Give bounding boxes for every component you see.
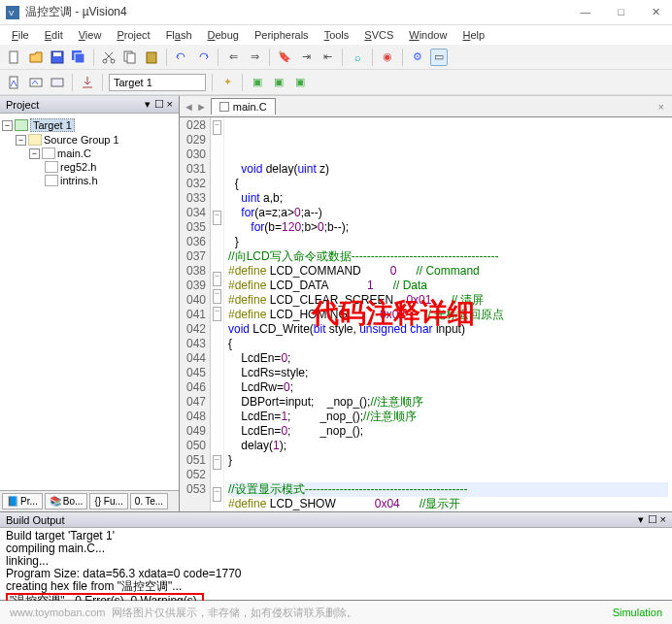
svg-rect-2 (10, 51, 17, 63)
toolbar-main: ⇐ ⇒ 🔖 ⇥ ⇤ ⌕ ◉ ⚙ ▭ (0, 45, 672, 70)
editor-tab[interactable]: main.C (211, 98, 276, 115)
h-file-icon (45, 175, 58, 186)
toolbar-build: Target 1 ✦ ▣ ▣ ▣ (0, 70, 672, 95)
panel-menu-icon[interactable]: ▾ ☐ × (638, 513, 666, 526)
svg-rect-14 (51, 79, 63, 86)
app-icon: V (6, 6, 19, 19)
panel-menu-icon[interactable]: ▾ ☐ × (145, 98, 173, 111)
debug-icon[interactable]: ◉ (379, 49, 396, 66)
menu-help[interactable]: Help (456, 27, 490, 43)
rebuild-icon[interactable] (49, 74, 66, 91)
maximize-button[interactable]: □ (612, 4, 630, 20)
manage-icon[interactable]: ▣ (249, 74, 266, 91)
manage3-icon[interactable]: ▣ (291, 74, 309, 91)
annotation-overlay: 代码注释详细 (312, 306, 475, 320)
build-output-header: Build Output ▾ ☐ × (0, 512, 672, 528)
tab-project[interactable]: 📘 Pr... (2, 493, 43, 509)
tab-books[interactable]: 📚 Bo... (45, 493, 88, 509)
indent-icon[interactable]: ⇥ (297, 49, 315, 66)
code-content[interactable]: 代码注释详细 void delay(uint z) { uint a,b; fo… (224, 117, 672, 511)
build-target-icon[interactable] (27, 74, 45, 91)
tree-file[interactable]: intrins.h (60, 175, 98, 186)
menu-edit[interactable]: Edit (39, 27, 69, 43)
project-tree[interactable]: −Target 1 −Source Group 1 −main.C reg52.… (0, 114, 179, 490)
close-button[interactable]: ✕ (646, 4, 666, 20)
manage2-icon[interactable]: ▣ (270, 74, 287, 91)
tab-templates[interactable]: 0. Te... (130, 493, 168, 509)
menu-bar: File Edit View Project Flash Debug Perip… (0, 25, 672, 45)
tree-target[interactable]: Target 1 (30, 118, 75, 132)
project-icon (15, 119, 28, 131)
menu-tools[interactable]: Tools (319, 27, 355, 43)
menu-window[interactable]: Window (403, 27, 453, 43)
menu-project[interactable]: Project (111, 27, 155, 43)
copy-icon[interactable] (121, 49, 139, 66)
code-editor[interactable]: 0280290300310320330340350360370380390400… (180, 117, 672, 511)
window-icon[interactable]: ▭ (430, 49, 448, 66)
download-icon[interactable] (79, 74, 96, 91)
undo-icon[interactable] (173, 49, 190, 66)
minimize-button[interactable]: — (574, 4, 596, 20)
config-icon[interactable]: ⚙ (409, 49, 426, 66)
bookmark-icon[interactable]: 🔖 (276, 49, 293, 66)
svg-text:V: V (9, 9, 15, 17)
expand-icon[interactable]: − (16, 135, 26, 146)
tab-functions[interactable]: {} Fu... (89, 493, 127, 509)
svg-rect-6 (75, 53, 84, 63)
line-gutter: 0280290300310320330340350360370380390400… (180, 117, 211, 511)
save-all-icon[interactable] (70, 49, 87, 66)
project-tabs: 📘 Pr... 📚 Bo... {} Fu... 0. Te... (0, 490, 179, 511)
cut-icon[interactable] (100, 49, 118, 66)
nav-back-icon[interactable]: ⇐ (224, 49, 242, 66)
project-panel-header: Project ▾ ☐ × (0, 96, 179, 114)
tree-group[interactable]: Source Group 1 (44, 134, 119, 146)
tab-prev-icon[interactable]: ◄ (184, 101, 194, 113)
tab-next-icon[interactable]: ► (196, 101, 207, 113)
fold-column[interactable]: −−−−−−− (211, 117, 224, 511)
menu-file[interactable]: File (6, 27, 35, 43)
expand-icon[interactable]: − (29, 148, 40, 159)
tree-file[interactable]: main.C (57, 148, 91, 159)
options-icon[interactable]: ✦ (218, 74, 236, 91)
page-footer: www.toymoban.com 网络图片仅供展示，非存储，如有侵权请联系删除。… (0, 601, 672, 624)
tab-close-icon[interactable]: × (655, 101, 668, 113)
menu-flash[interactable]: Flash (160, 27, 198, 43)
title-bar: V 温控空调 - µVision4 — □ ✕ (0, 0, 672, 25)
project-panel: Project ▾ ☐ × −Target 1 −Source Group 1 … (0, 96, 180, 511)
h-file-icon (45, 161, 58, 173)
c-file-icon (42, 148, 55, 159)
toolbars: ⇐ ⇒ 🔖 ⇥ ⇤ ⌕ ◉ ⚙ ▭ Target 1 ✦ ▣ ▣ ▣ (0, 45, 672, 96)
find-icon[interactable]: ⌕ (349, 49, 366, 66)
menu-svcs[interactable]: SVCS (358, 27, 399, 43)
paste-icon[interactable] (143, 49, 160, 66)
nav-fwd-icon[interactable]: ⇒ (246, 49, 263, 66)
menu-view[interactable]: View (73, 27, 108, 43)
save-icon[interactable] (49, 49, 66, 66)
build-output-panel: Build Output ▾ ☐ × Build target 'Target … (0, 511, 672, 600)
open-file-icon[interactable] (27, 49, 45, 66)
window-title: 温控空调 - µVision4 (25, 4, 574, 20)
menu-debug[interactable]: Debug (202, 27, 245, 43)
menu-peripherals[interactable]: Peripherals (249, 27, 315, 43)
svg-rect-4 (53, 52, 61, 56)
svg-rect-10 (127, 53, 135, 63)
editor-area: ◄► main.C × 0280290300310320330340350360… (180, 96, 672, 511)
outdent-icon[interactable]: ⇤ (319, 49, 336, 66)
expand-icon[interactable]: − (2, 120, 13, 131)
folder-icon (28, 134, 42, 146)
svg-rect-11 (147, 52, 156, 63)
redo-icon[interactable] (194, 49, 212, 66)
tree-file[interactable]: reg52.h (60, 161, 96, 173)
svg-rect-12 (10, 77, 17, 88)
c-file-icon (219, 102, 229, 112)
build-output-text[interactable]: Build target 'Target 1' compiling main.C… (0, 528, 672, 600)
build-file-icon[interactable] (6, 74, 23, 91)
target-dropdown[interactable]: Target 1 (109, 74, 206, 91)
new-file-icon[interactable] (6, 49, 23, 66)
